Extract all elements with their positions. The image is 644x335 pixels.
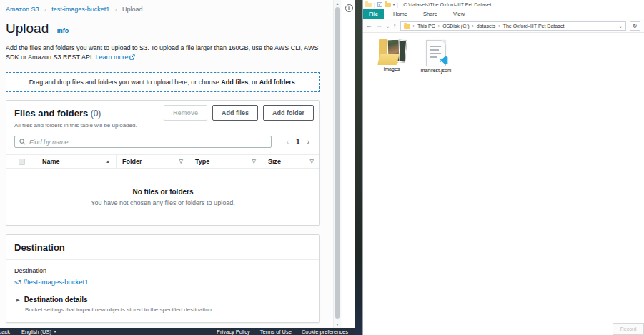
path-separator: › <box>413 24 415 29</box>
tab-file[interactable]: File <box>363 9 384 19</box>
cookie-preferences-link[interactable]: Cookie preferences <box>302 329 348 335</box>
learn-more-link[interactable]: Learn more <box>95 54 135 61</box>
find-by-name-input[interactable] <box>29 139 267 146</box>
recent-locations-icon[interactable]: ⌄ <box>386 24 390 29</box>
ribbon-tabs: File Home Share View <box>363 9 644 19</box>
destination-details-title: Destination details <box>24 296 88 304</box>
breadcrumb-current: Upload <box>122 6 143 13</box>
breadcrumb: Amazon S3 › test-images-bucket1 › Upload <box>6 6 322 13</box>
search-row: ‹ 1 › <box>6 133 319 154</box>
previous-page-icon[interactable]: ‹ <box>287 138 289 146</box>
files-count: (0) <box>88 109 101 119</box>
feedback-link[interactable]: Feedback <box>0 329 10 335</box>
column-header-name[interactable]: Name▲ <box>36 155 116 168</box>
separator: | <box>374 2 375 7</box>
browser-scrollbar[interactable]: ▲ ▼ <box>333 0 341 328</box>
address-dropdown-icon[interactable]: ⌄ <box>619 24 623 29</box>
destination-card: Destination Destination s3://test-images… <box>6 234 320 323</box>
up-icon[interactable]: ↑ <box>393 22 397 29</box>
scroll-down-icon[interactable]: ▼ <box>334 322 341 326</box>
folder-icon <box>404 24 410 29</box>
current-page[interactable]: 1 <box>296 138 300 146</box>
path-datasets[interactable]: datasets <box>477 24 495 29</box>
item-label: manifest.jsonl <box>416 68 456 73</box>
files-card-subtitle: All files and folders in this table will… <box>14 122 312 129</box>
file-item-manifest[interactable]: manifest.jsonl <box>416 40 456 73</box>
column-header-type[interactable]: Type▽ <box>189 155 262 168</box>
address-bar[interactable]: › This PC › OSDisk (C:) › datasets › The… <box>400 21 626 31</box>
browser-window: Amazon S3 › test-images-bucket1 › Upload… <box>0 0 355 335</box>
caret-right-icon: ▶ <box>16 297 20 302</box>
page-description: Add the files and folders you want to up… <box>6 44 320 62</box>
breadcrumb-bucket[interactable]: test-images-bucket1 <box>51 6 109 13</box>
refresh-button[interactable]: ↻ <box>630 21 640 31</box>
console-footer: Feedback English (US) ▼ Privacy Policy T… <box>0 328 355 335</box>
table-header: Name▲ Folder▽ Type▽ Size▽ <box>6 154 319 169</box>
path-this-pc[interactable]: This PC <box>417 24 435 29</box>
page-title: Upload <box>6 21 49 36</box>
destination-card-header: Destination <box>6 235 319 260</box>
drag-drop-zone[interactable]: Drag and drop files and folders you want… <box>6 72 320 92</box>
breadcrumb-separator-icon: › <box>44 6 46 13</box>
path-separator: › <box>472 24 473 29</box>
sort-icon: ▽ <box>252 159 256 164</box>
tab-share[interactable]: Share <box>417 9 444 19</box>
window-title: C:\datasets\The Oxford-IIIT Pet Dataset <box>403 2 491 7</box>
aws-upload-page: Amazon S3 › test-images-bucket1 › Upload… <box>0 0 327 328</box>
new-folder-icon[interactable] <box>385 3 391 7</box>
path-current-folder[interactable]: The Oxford-IIIT Pet Dataset <box>503 24 565 29</box>
back-icon[interactable]: ← <box>366 22 372 29</box>
desktop-wallpaper <box>355 0 362 335</box>
terms-of-use-link[interactable]: Terms of Use <box>260 329 292 335</box>
properties-icon[interactable]: ✓ <box>377 2 382 7</box>
files-card-actions: Remove Add files Add folder <box>164 105 314 121</box>
external-link-icon <box>129 54 135 60</box>
destination-card-title: Destination <box>14 242 65 253</box>
select-all-checkbox[interactable] <box>19 159 25 165</box>
breadcrumb-separator-icon: › <box>115 6 117 13</box>
destination-details-toggle[interactable]: ▶ Destination details <box>16 296 312 304</box>
add-files-button[interactable]: Add files <box>212 105 258 121</box>
explorer-content[interactable]: images manifest.jsonl <box>363 33 644 334</box>
add-folder-button[interactable]: Add folder <box>263 105 314 121</box>
tab-view[interactable]: View <box>447 9 471 19</box>
scroll-up-icon[interactable]: ▲ <box>334 1 341 6</box>
path-osdisk[interactable]: OSDisk (C:) <box>442 24 469 29</box>
destination-details-subtitle: Bucket settings that impact new objects … <box>25 306 312 313</box>
customize-toolbar-icon[interactable]: ▾ <box>393 2 395 6</box>
destination-bucket-link[interactable]: s3://test-images-bucket1 <box>14 278 312 286</box>
file-explorer-window: | ✓ ▾ | C:\datasets\The Oxford-IIIT Pet … <box>362 0 644 335</box>
folder-item-images[interactable]: images <box>372 39 412 71</box>
jsonl-file-icon <box>426 40 446 66</box>
images-folder-icon <box>377 39 407 65</box>
sort-icon: ▽ <box>310 159 314 164</box>
search-box <box>14 136 272 148</box>
item-label: images <box>372 66 412 71</box>
column-header-folder[interactable]: Folder▽ <box>116 155 189 168</box>
empty-state-title: No files or folders <box>132 188 193 196</box>
page-fold <box>441 40 446 45</box>
remove-button[interactable]: Remove <box>164 105 207 121</box>
record-button[interactable]: Record <box>613 323 644 335</box>
info-link[interactable]: Info <box>57 27 69 34</box>
info-panel-icon[interactable]: i <box>345 4 353 12</box>
tab-home[interactable]: Home <box>387 9 414 19</box>
column-header-size[interactable]: Size▽ <box>262 155 319 168</box>
breadcrumb-amazon-s3[interactable]: Amazon S3 <box>6 6 39 13</box>
privacy-policy-link[interactable]: Privacy Policy <box>217 329 250 335</box>
empty-state-subtitle: You have not chosen any files or folders… <box>91 199 234 206</box>
language-selector[interactable]: English (US) ▼ <box>21 329 56 335</box>
files-and-folders-card: Files and folders (0) All files and fold… <box>6 100 320 226</box>
explorer-app-icon <box>365 3 372 7</box>
next-page-icon[interactable]: › <box>307 138 309 146</box>
scrollbar-thumb[interactable] <box>335 7 340 319</box>
forward-icon[interactable]: → <box>376 22 382 29</box>
pagination: ‹ 1 › <box>287 138 312 146</box>
path-separator: › <box>498 24 500 29</box>
files-card-title: Files and folders <box>14 108 88 119</box>
path-separator: › <box>438 24 440 29</box>
sort-icon: ▽ <box>179 159 183 164</box>
destination-label: Destination <box>14 267 312 274</box>
separator: | <box>397 2 398 7</box>
caret-down-icon: ▼ <box>54 330 56 334</box>
